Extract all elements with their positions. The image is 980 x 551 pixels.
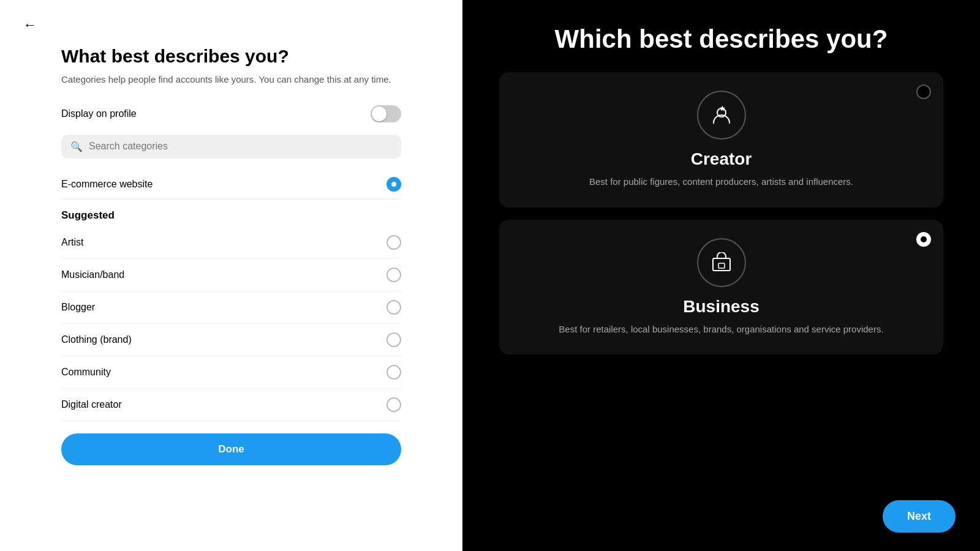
display-toggle-label: Display on profile <box>61 108 137 119</box>
business-radio[interactable] <box>916 232 931 247</box>
display-toggle-row: Display on profile <box>61 105 401 122</box>
search-box: 🔍 <box>61 135 401 159</box>
card-radio-creator[interactable] <box>916 84 931 99</box>
category-radio[interactable] <box>386 268 401 282</box>
category-list: Artist Musician/band Blogger Clothing (b… <box>61 227 401 421</box>
category-name: Artist <box>61 237 83 248</box>
done-button[interactable]: Done <box>61 433 401 465</box>
left-subtitle: Categories help people find accounts lik… <box>61 73 401 87</box>
list-item[interactable]: Community <box>61 356 401 389</box>
next-button[interactable]: Next <box>883 500 956 533</box>
left-title: What best describes you? <box>61 46 401 67</box>
svg-rect-2 <box>713 258 730 271</box>
ecommerce-radio[interactable] <box>386 177 401 192</box>
svg-rect-3 <box>718 263 725 268</box>
business-desc: Best for retailers, local businesses, br… <box>559 323 883 337</box>
left-panel: ← What best describes you? Categories he… <box>0 0 462 551</box>
ecommerce-label: E-commerce website <box>61 179 153 190</box>
right-title: Which best describes you? <box>555 24 888 54</box>
list-item[interactable]: Musician/band <box>61 259 401 291</box>
ecommerce-row[interactable]: E-commerce website <box>61 170 401 200</box>
category-radio[interactable] <box>386 332 401 347</box>
category-name: Digital creator <box>61 399 122 410</box>
category-name: Clothing (brand) <box>61 334 132 345</box>
search-input[interactable] <box>89 141 392 152</box>
creator-icon <box>697 91 746 140</box>
right-panel: Which best describes you? Creator Best f… <box>462 0 980 551</box>
category-name: Musician/band <box>61 269 124 280</box>
display-toggle[interactable] <box>371 105 401 122</box>
list-item[interactable]: Digital creator <box>61 389 401 421</box>
option-cards: Creator Best for public figures, content… <box>499 72 943 367</box>
category-radio[interactable] <box>386 365 401 380</box>
category-name: Blogger <box>61 302 95 313</box>
back-button[interactable]: ← <box>18 12 42 38</box>
business-title: Business <box>683 297 760 317</box>
list-item[interactable]: Clothing (brand) <box>61 324 401 356</box>
category-name: Community <box>61 367 111 378</box>
list-item[interactable]: Artist <box>61 227 401 259</box>
creator-title: Creator <box>691 149 752 169</box>
creator-radio[interactable] <box>916 84 931 99</box>
option-card-business[interactable]: Business Best for retailers, local busin… <box>499 220 943 355</box>
business-icon <box>697 238 746 287</box>
suggested-heading: Suggested <box>61 209 401 222</box>
category-radio[interactable] <box>386 397 401 412</box>
list-item[interactable]: Blogger <box>61 291 401 324</box>
search-icon: 🔍 <box>70 141 83 152</box>
category-radio[interactable] <box>386 235 401 250</box>
creator-desc: Best for public figures, content produce… <box>589 175 853 189</box>
card-radio-business[interactable] <box>916 232 931 247</box>
option-card-creator[interactable]: Creator Best for public figures, content… <box>499 72 943 208</box>
category-radio[interactable] <box>386 300 401 315</box>
